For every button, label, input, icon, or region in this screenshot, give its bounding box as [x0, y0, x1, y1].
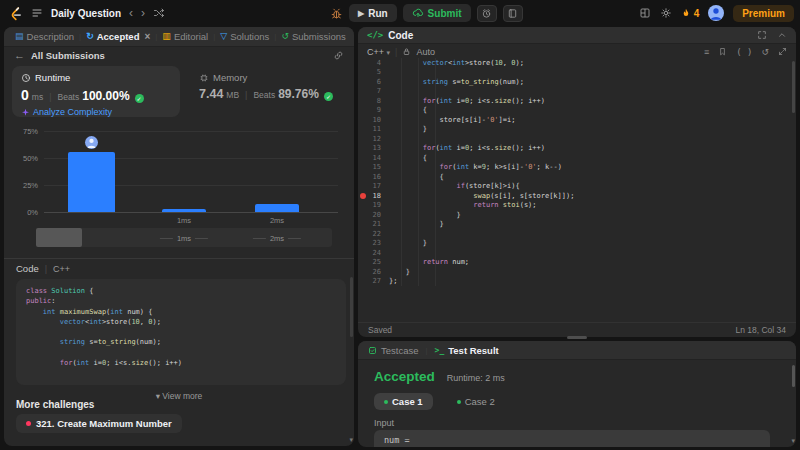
tab-description[interactable]: ▤Description [10, 27, 79, 47]
memory-card[interactable]: Memory 7.44 MB | Beats 89.76% ✓ [190, 66, 346, 117]
result-scrollbar[interactable] [792, 365, 795, 387]
memory-chip-icon [199, 73, 209, 83]
next-question-icon[interactable]: › [141, 6, 145, 20]
run-button[interactable]: ▶ Run [349, 4, 397, 22]
leetcode-logo-icon[interactable] [8, 6, 23, 21]
submit-button[interactable]: Submit [403, 4, 471, 22]
tab-label: Submissions [292, 31, 346, 42]
editor-line-11[interactable]: 11 } [358, 125, 796, 135]
editor-line-23[interactable]: 23 } [358, 239, 796, 249]
close-icon[interactable]: × [144, 31, 150, 42]
layout-grid-icon[interactable] [639, 7, 651, 19]
chart-minimap-selection[interactable] [36, 228, 82, 247]
case-button-1[interactable]: Case 1 [374, 393, 433, 410]
editor-line-16[interactable]: 16 { [358, 172, 796, 182]
notes-button[interactable] [503, 5, 523, 22]
line-number: 10 [366, 116, 381, 124]
left-panel-scrollbar[interactable] [350, 277, 353, 337]
share-link-icon[interactable] [333, 50, 344, 61]
topbar: Daily Question ‹ › ▶ Run Submit [0, 0, 800, 26]
format-code-icon[interactable]: ≡ [704, 47, 709, 57]
debugger-bug-icon[interactable] [330, 7, 343, 20]
panel-resize-handle[interactable] [567, 336, 587, 339]
editor-line-18[interactable]: 18 swap(s[i], s[store[k]]); [358, 191, 796, 201]
prev-question-icon[interactable]: ‹ [129, 6, 133, 20]
tab-test-result[interactable]: >_ Test Result [435, 345, 499, 356]
play-icon: ▶ [358, 9, 364, 18]
code-text [389, 249, 393, 257]
editor-line-7[interactable]: 7 [358, 87, 796, 97]
cursor-position[interactable]: Ln 18, Col 34 [735, 325, 786, 335]
challenge-link[interactable]: 321. Create Maximum Number [16, 414, 182, 433]
cloud-upload-icon [412, 7, 424, 19]
bookmark-icon[interactable] [718, 47, 727, 56]
runtime-card[interactable]: Runtime 0 ms | Beats 100.00% ✓ Analyze C… [12, 66, 180, 117]
editor-line-9[interactable]: 9 { [358, 106, 796, 116]
result-runtime: Runtime: 2 ms [447, 373, 505, 383]
autocomplete-toggle[interactable]: Auto [416, 47, 435, 57]
tab-accepted[interactable]: ↻Accepted× [81, 27, 155, 47]
editor-line-19[interactable]: 19 return stoi(s); [358, 201, 796, 211]
code-text: vector<int>store(10, 0); [389, 59, 524, 67]
tab-submissions[interactable]: ↺Submissions [276, 27, 350, 47]
editor-line-12[interactable]: 12 [358, 134, 796, 144]
chevron-down-icon: ▾ [387, 49, 391, 56]
expand-editor-icon[interactable] [778, 47, 787, 56]
editor-scrollbar[interactable] [792, 61, 795, 113]
analyze-complexity-button[interactable]: Analyze Complexity [21, 107, 171, 117]
all-submissions-link[interactable]: All Submissions [31, 50, 105, 61]
shuffle-icon[interactable] [153, 7, 165, 19]
editor-line-24[interactable]: 24 [358, 248, 796, 258]
code-brackets-icon: </> [367, 30, 383, 40]
difficulty-dot-icon [26, 421, 31, 426]
editor-line-21[interactable]: 21 } [358, 220, 796, 230]
editor-line-10[interactable]: 10 store[s[i]-'0']=i; [358, 115, 796, 125]
case-button-2[interactable]: Case 2 [447, 393, 505, 410]
editor-line-6[interactable]: 6 string s=to_string(num); [358, 77, 796, 87]
line-number: 25 [366, 258, 381, 266]
editor-line-5[interactable]: 5 [358, 68, 796, 78]
problem-list-icon[interactable] [31, 7, 43, 19]
scroll-down-arrow-icon[interactable]: ▾ [791, 437, 795, 445]
settings-gear-icon[interactable] [660, 7, 672, 19]
brackets-icon[interactable]: ( ) [736, 47, 752, 57]
reset-code-icon[interactable]: ↺ [761, 47, 769, 57]
premium-button[interactable]: Premium [733, 5, 794, 22]
line-number: 11 [366, 125, 381, 133]
collapse-chevron-icon[interactable] [777, 30, 787, 40]
streak-counter[interactable]: 4 [681, 7, 700, 19]
tab-editorial[interactable]: ▥Editorial [157, 27, 213, 47]
submitted-code-block[interactable]: class Solution {public: int maximumSwap(… [16, 279, 346, 385]
tab-solutions[interactable]: ▽Solutions [215, 27, 274, 47]
editor-line-22[interactable]: 22 [358, 229, 796, 239]
editor-line-20[interactable]: 20 } [358, 210, 796, 220]
editor-title: Code [388, 30, 413, 41]
editor-line-27[interactable]: 27}; [358, 277, 796, 287]
bar-1ms[interactable] [162, 209, 206, 212]
testcase-tab-label: Testcase [381, 345, 419, 356]
tab-testcase[interactable]: Testcase [368, 345, 419, 356]
editor-line-13[interactable]: 13 for(int i=0; i<s.size(); i++) [358, 144, 796, 154]
editor-line-14[interactable]: 14 { [358, 153, 796, 163]
timer-button[interactable] [477, 5, 497, 22]
bar-2ms[interactable] [255, 204, 299, 212]
editor-line-17[interactable]: 17 if(store[k]>i){ [358, 182, 796, 192]
back-arrow-icon[interactable]: ← [14, 49, 25, 61]
scroll-down-arrow-icon[interactable]: ▾ [349, 436, 353, 444]
editor-line-8[interactable]: 8 for(int i=0; i<s.size(); i++) [358, 96, 796, 106]
input-field[interactable]: num = [374, 430, 770, 447]
code-text [389, 87, 393, 95]
line-number: 21 [366, 220, 381, 228]
code-text: { [389, 154, 427, 162]
bar-0ms[interactable] [68, 152, 115, 212]
fullscreen-icon[interactable] [757, 30, 767, 40]
tab-label: Description [27, 31, 75, 42]
editor-line-4[interactable]: 4 vector<int>store(10, 0); [358, 58, 796, 68]
user-avatar[interactable] [708, 5, 724, 21]
editor-line-26[interactable]: 26 } [358, 267, 796, 277]
editor-line-15[interactable]: 15 for(int k=9; k>s[i]-'0'; k--) [358, 163, 796, 173]
tab-label: Solutions [230, 31, 269, 42]
nav-title[interactable]: Daily Question [51, 8, 121, 19]
language-select[interactable]: C++ ▾ [367, 47, 390, 57]
editor-line-25[interactable]: 25 return num; [358, 258, 796, 268]
